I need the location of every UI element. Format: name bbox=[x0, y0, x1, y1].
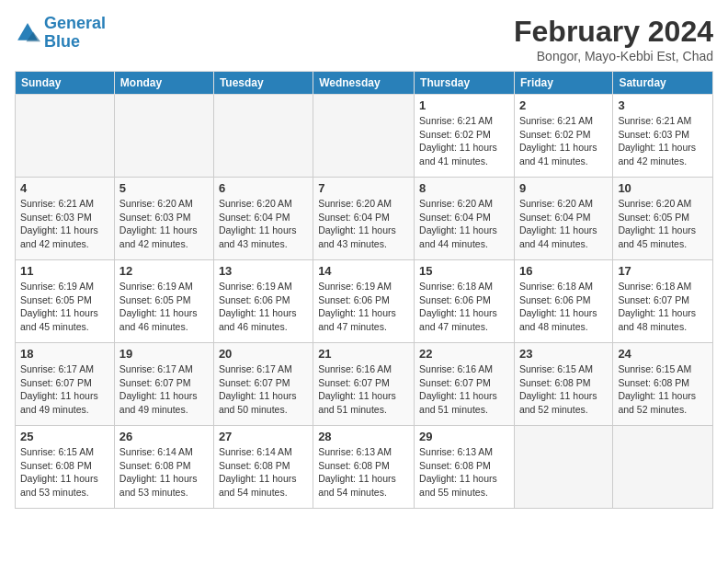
day-info: Sunrise: 6:15 AM Sunset: 6:08 PM Dayligh… bbox=[20, 445, 109, 500]
calendar-cell: 24Sunrise: 6:15 AM Sunset: 6:08 PM Dayli… bbox=[613, 343, 713, 426]
day-number: 15 bbox=[419, 264, 509, 278]
header-friday: Friday bbox=[514, 72, 612, 95]
day-number: 6 bbox=[219, 181, 308, 195]
day-number: 11 bbox=[20, 264, 109, 278]
calendar-header: Sunday Monday Tuesday Wednesday Thursday… bbox=[16, 72, 713, 95]
calendar-cell: 2Sunrise: 6:21 AM Sunset: 6:02 PM Daylig… bbox=[514, 95, 612, 178]
day-info: Sunrise: 6:20 AM Sunset: 6:04 PM Dayligh… bbox=[519, 197, 608, 251]
calendar-table: Sunday Monday Tuesday Wednesday Thursday… bbox=[15, 71, 713, 509]
title-section: February 2024 Bongor, Mayo-Kebbi Est, Ch… bbox=[514, 15, 713, 63]
calendar-cell: 1Sunrise: 6:21 AM Sunset: 6:02 PM Daylig… bbox=[415, 95, 515, 178]
day-info: Sunrise: 6:21 AM Sunset: 6:02 PM Dayligh… bbox=[419, 114, 509, 168]
day-info: Sunrise: 6:20 AM Sunset: 6:04 PM Dayligh… bbox=[219, 197, 308, 251]
calendar-cell bbox=[514, 426, 612, 509]
day-info: Sunrise: 6:18 AM Sunset: 6:07 PM Dayligh… bbox=[618, 280, 708, 334]
calendar-cell: 4Sunrise: 6:21 AM Sunset: 6:03 PM Daylig… bbox=[16, 178, 115, 260]
day-number: 22 bbox=[419, 347, 509, 361]
day-number: 8 bbox=[419, 181, 509, 195]
logo-line1: General bbox=[44, 14, 106, 32]
day-number: 17 bbox=[618, 264, 708, 278]
day-number: 13 bbox=[219, 264, 308, 278]
day-info: Sunrise: 6:14 AM Sunset: 6:08 PM Dayligh… bbox=[119, 445, 209, 500]
day-info: Sunrise: 6:17 AM Sunset: 6:07 PM Dayligh… bbox=[20, 362, 109, 417]
logo-line2: Blue bbox=[44, 32, 80, 51]
calendar-cell: 15Sunrise: 6:18 AM Sunset: 6:06 PM Dayli… bbox=[415, 260, 515, 343]
day-number: 25 bbox=[20, 430, 109, 443]
calendar-cell: 25Sunrise: 6:15 AM Sunset: 6:08 PM Dayli… bbox=[16, 426, 115, 509]
calendar-cell: 20Sunrise: 6:17 AM Sunset: 6:07 PM Dayli… bbox=[213, 343, 313, 426]
calendar-cell: 22Sunrise: 6:16 AM Sunset: 6:07 PM Dayli… bbox=[415, 343, 515, 426]
calendar-week-4: 18Sunrise: 6:17 AM Sunset: 6:07 PM Dayli… bbox=[16, 343, 713, 426]
calendar-cell: 16Sunrise: 6:18 AM Sunset: 6:06 PM Dayli… bbox=[514, 260, 612, 343]
header-tuesday: Tuesday bbox=[213, 72, 313, 95]
day-info: Sunrise: 6:18 AM Sunset: 6:06 PM Dayligh… bbox=[519, 280, 608, 334]
calendar-cell bbox=[213, 95, 313, 178]
calendar-cell: 17Sunrise: 6:18 AM Sunset: 6:07 PM Dayli… bbox=[613, 260, 713, 343]
day-info: Sunrise: 6:20 AM Sunset: 6:03 PM Dayligh… bbox=[119, 197, 209, 251]
page-title: February 2024 bbox=[514, 15, 713, 49]
header-wednesday: Wednesday bbox=[313, 72, 415, 95]
calendar-cell bbox=[313, 95, 415, 178]
day-info: Sunrise: 6:21 AM Sunset: 6:03 PM Dayligh… bbox=[618, 114, 708, 168]
day-number: 18 bbox=[20, 347, 109, 361]
calendar-week-5: 25Sunrise: 6:15 AM Sunset: 6:08 PM Dayli… bbox=[16, 426, 713, 509]
day-number: 2 bbox=[519, 98, 608, 112]
header-monday: Monday bbox=[114, 72, 213, 95]
calendar-cell: 7Sunrise: 6:20 AM Sunset: 6:04 PM Daylig… bbox=[313, 178, 415, 260]
day-info: Sunrise: 6:20 AM Sunset: 6:04 PM Dayligh… bbox=[318, 197, 409, 251]
calendar-cell: 18Sunrise: 6:17 AM Sunset: 6:07 PM Dayli… bbox=[16, 343, 115, 426]
calendar-cell: 13Sunrise: 6:19 AM Sunset: 6:06 PM Dayli… bbox=[213, 260, 313, 343]
day-info: Sunrise: 6:16 AM Sunset: 6:07 PM Dayligh… bbox=[318, 362, 409, 417]
calendar-cell bbox=[16, 95, 115, 178]
header-row: Sunday Monday Tuesday Wednesday Thursday… bbox=[16, 72, 713, 95]
calendar-body: 1Sunrise: 6:21 AM Sunset: 6:02 PM Daylig… bbox=[16, 95, 713, 509]
calendar-cell: 23Sunrise: 6:15 AM Sunset: 6:08 PM Dayli… bbox=[514, 343, 612, 426]
calendar-cell bbox=[114, 95, 213, 178]
day-info: Sunrise: 6:15 AM Sunset: 6:08 PM Dayligh… bbox=[519, 362, 608, 417]
day-number: 7 bbox=[318, 181, 409, 195]
header-saturday: Saturday bbox=[613, 72, 713, 95]
day-info: Sunrise: 6:20 AM Sunset: 6:05 PM Dayligh… bbox=[618, 197, 708, 251]
calendar-cell: 8Sunrise: 6:20 AM Sunset: 6:04 PM Daylig… bbox=[415, 178, 515, 260]
day-number: 26 bbox=[119, 430, 209, 443]
day-number: 9 bbox=[519, 181, 608, 195]
page-header: General Blue February 2024 Bongor, Mayo-… bbox=[15, 15, 713, 63]
calendar-cell: 6Sunrise: 6:20 AM Sunset: 6:04 PM Daylig… bbox=[213, 178, 313, 260]
day-number: 1 bbox=[419, 98, 509, 112]
day-info: Sunrise: 6:21 AM Sunset: 6:03 PM Dayligh… bbox=[20, 197, 109, 251]
day-number: 16 bbox=[519, 264, 608, 278]
calendar-cell: 3Sunrise: 6:21 AM Sunset: 6:03 PM Daylig… bbox=[613, 95, 713, 178]
header-sunday: Sunday bbox=[16, 72, 115, 95]
calendar-cell: 12Sunrise: 6:19 AM Sunset: 6:05 PM Dayli… bbox=[114, 260, 213, 343]
day-info: Sunrise: 6:18 AM Sunset: 6:06 PM Dayligh… bbox=[419, 280, 509, 334]
day-number: 10 bbox=[618, 181, 708, 195]
calendar-cell: 9Sunrise: 6:20 AM Sunset: 6:04 PM Daylig… bbox=[514, 178, 612, 260]
calendar-cell: 5Sunrise: 6:20 AM Sunset: 6:03 PM Daylig… bbox=[114, 178, 213, 260]
day-info: Sunrise: 6:21 AM Sunset: 6:02 PM Dayligh… bbox=[519, 114, 608, 168]
day-info: Sunrise: 6:17 AM Sunset: 6:07 PM Dayligh… bbox=[219, 362, 308, 417]
calendar-cell: 26Sunrise: 6:14 AM Sunset: 6:08 PM Dayli… bbox=[114, 426, 213, 509]
calendar-cell: 11Sunrise: 6:19 AM Sunset: 6:05 PM Dayli… bbox=[16, 260, 115, 343]
day-number: 27 bbox=[219, 430, 308, 443]
day-number: 23 bbox=[519, 347, 608, 361]
calendar-cell: 29Sunrise: 6:13 AM Sunset: 6:08 PM Dayli… bbox=[415, 426, 515, 509]
day-info: Sunrise: 6:13 AM Sunset: 6:08 PM Dayligh… bbox=[318, 445, 409, 500]
calendar-week-1: 1Sunrise: 6:21 AM Sunset: 6:02 PM Daylig… bbox=[16, 95, 713, 178]
calendar-cell: 19Sunrise: 6:17 AM Sunset: 6:07 PM Dayli… bbox=[114, 343, 213, 426]
calendar-cell: 14Sunrise: 6:19 AM Sunset: 6:06 PM Dayli… bbox=[313, 260, 415, 343]
day-info: Sunrise: 6:13 AM Sunset: 6:08 PM Dayligh… bbox=[419, 445, 509, 500]
day-number: 20 bbox=[219, 347, 308, 361]
day-info: Sunrise: 6:19 AM Sunset: 6:05 PM Dayligh… bbox=[119, 280, 209, 334]
day-info: Sunrise: 6:16 AM Sunset: 6:07 PM Dayligh… bbox=[419, 362, 509, 417]
calendar-cell: 28Sunrise: 6:13 AM Sunset: 6:08 PM Dayli… bbox=[313, 426, 415, 509]
day-info: Sunrise: 6:15 AM Sunset: 6:08 PM Dayligh… bbox=[618, 362, 708, 417]
page-subtitle: Bongor, Mayo-Kebbi Est, Chad bbox=[514, 49, 713, 63]
header-thursday: Thursday bbox=[415, 72, 515, 95]
day-info: Sunrise: 6:20 AM Sunset: 6:04 PM Dayligh… bbox=[419, 197, 509, 251]
logo-icon bbox=[15, 20, 40, 46]
day-number: 21 bbox=[318, 347, 409, 361]
day-info: Sunrise: 6:17 AM Sunset: 6:07 PM Dayligh… bbox=[119, 362, 209, 417]
day-number: 3 bbox=[618, 98, 708, 112]
day-info: Sunrise: 6:19 AM Sunset: 6:06 PM Dayligh… bbox=[318, 280, 409, 334]
calendar-week-2: 4Sunrise: 6:21 AM Sunset: 6:03 PM Daylig… bbox=[16, 178, 713, 260]
